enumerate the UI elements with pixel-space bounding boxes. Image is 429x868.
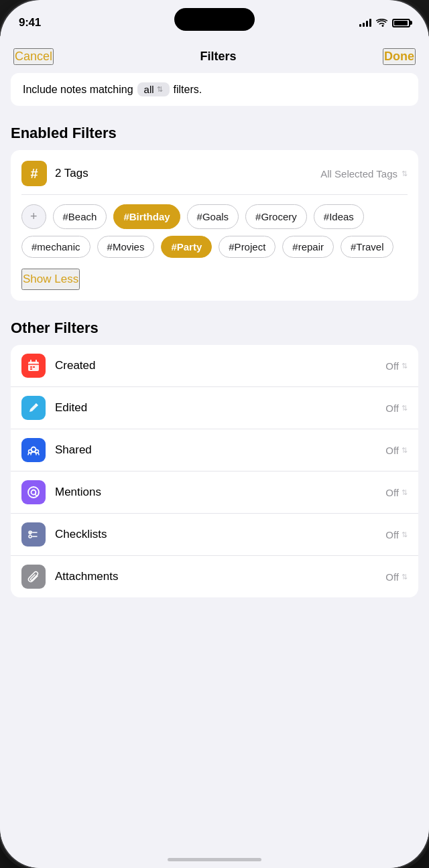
tags-mode-selector[interactable]: All Selected Tags ⇅ [320, 168, 408, 179]
created-chevron: ⇅ [402, 362, 408, 370]
svg-rect-2 [30, 366, 32, 368]
checklists-value: Off ⇅ [385, 529, 408, 540]
nav-bar: Cancel Filters Done [0, 36, 429, 73]
tag-icon: # [21, 161, 47, 186]
svg-point-11 [29, 535, 32, 538]
filter-row-shared[interactable]: Shared Off ⇅ [11, 429, 418, 472]
filter-row-attachments[interactable]: Attachments Off ⇅ [11, 556, 418, 597]
other-filters-card: Created Off ⇅ Edited [11, 345, 418, 597]
created-value: Off ⇅ [385, 360, 408, 372]
done-button[interactable]: Done [383, 48, 416, 65]
checklists-icon [21, 522, 46, 547]
attachments-chevron: ⇅ [402, 573, 408, 581]
signal-icon [359, 19, 371, 27]
tag-grocery[interactable]: #Grocery [245, 204, 307, 229]
tag-ideas[interactable]: #Ideas [314, 204, 364, 229]
tag-goals[interactable]: #Goals [187, 204, 239, 229]
edited-value: Off ⇅ [385, 403, 408, 414]
filter-match-suffix: filters. [174, 84, 202, 96]
shared-value: Off ⇅ [385, 445, 408, 456]
add-tag-button[interactable]: + [21, 204, 46, 229]
phone-frame: 9:41 [0, 0, 429, 868]
home-indicator [168, 858, 261, 861]
mentions-chevron: ⇅ [402, 488, 408, 497]
battery-icon [392, 19, 410, 27]
attachments-icon [21, 565, 46, 589]
filter-match-prefix: Include notes matching [23, 84, 133, 96]
checklists-chevron: ⇅ [402, 530, 408, 539]
show-less-button[interactable]: Show Less [21, 269, 80, 290]
tag-project[interactable]: #Project [219, 236, 275, 258]
enabled-filters-header: Enabled Filters [0, 119, 429, 150]
status-time: 9:41 [19, 16, 41, 29]
tag-movies[interactable]: #Movies [97, 236, 155, 258]
tag-birthday[interactable]: #Birthday [113, 204, 180, 229]
filter-row-mentions[interactable]: Mentions Off ⇅ [11, 472, 418, 514]
mentions-icon [21, 480, 46, 504]
tags-grid: + #Beach #Birthday #Goals #Grocery #Idea… [21, 204, 408, 258]
enabled-filters-card: # 2 Tags All Selected Tags ⇅ + #Beach #B… [11, 150, 418, 301]
filter-match-selector[interactable]: all ⇅ [137, 82, 170, 96]
filter-match-card: Include notes matching all ⇅ filters. [11, 73, 418, 106]
cancel-button[interactable]: Cancel [13, 48, 54, 65]
tag-mechanic[interactable]: #mechanic [21, 236, 90, 258]
created-label: Created [55, 359, 376, 372]
mentions-label: Mentions [55, 486, 376, 499]
filter-row-checklists[interactable]: Checklists Off ⇅ [11, 514, 418, 556]
tag-travel[interactable]: #Travel [341, 236, 393, 258]
checklists-label: Checklists [55, 528, 376, 541]
other-filters-header: Other Filters [0, 314, 429, 345]
status-icons [359, 19, 410, 27]
svg-rect-3 [33, 366, 35, 368]
attachments-label: Attachments [55, 570, 376, 583]
tags-header: # 2 Tags All Selected Tags ⇅ [21, 161, 408, 195]
shared-icon [21, 438, 46, 462]
edited-label: Edited [55, 401, 376, 415]
edited-chevron: ⇅ [402, 404, 408, 413]
tags-mode-chevron: ⇅ [402, 169, 408, 178]
tag-party[interactable]: #Party [161, 236, 212, 258]
attachments-value: Off ⇅ [385, 571, 408, 583]
created-icon [21, 354, 46, 378]
tag-beach[interactable]: #Beach [53, 204, 107, 229]
filter-row-edited[interactable]: Edited Off ⇅ [11, 387, 418, 429]
filter-row-created[interactable]: Created Off ⇅ [11, 345, 418, 387]
tags-count-label: 2 Tags [55, 167, 88, 180]
screen-content[interactable]: Cancel Filters Done Include notes matchi… [0, 36, 429, 868]
dynamic-island [174, 8, 255, 31]
selector-chevron: ⇅ [157, 85, 163, 94]
wifi-icon [376, 19, 387, 27]
edited-icon [21, 396, 46, 420]
svg-rect-4 [30, 368, 32, 370]
shared-chevron: ⇅ [402, 446, 408, 455]
phone-screen: 9:41 [0, 0, 429, 868]
mentions-value: Off ⇅ [385, 487, 408, 498]
tag-repair[interactable]: #repair [282, 236, 334, 258]
shared-label: Shared [55, 443, 376, 457]
nav-title: Filters [200, 50, 237, 64]
